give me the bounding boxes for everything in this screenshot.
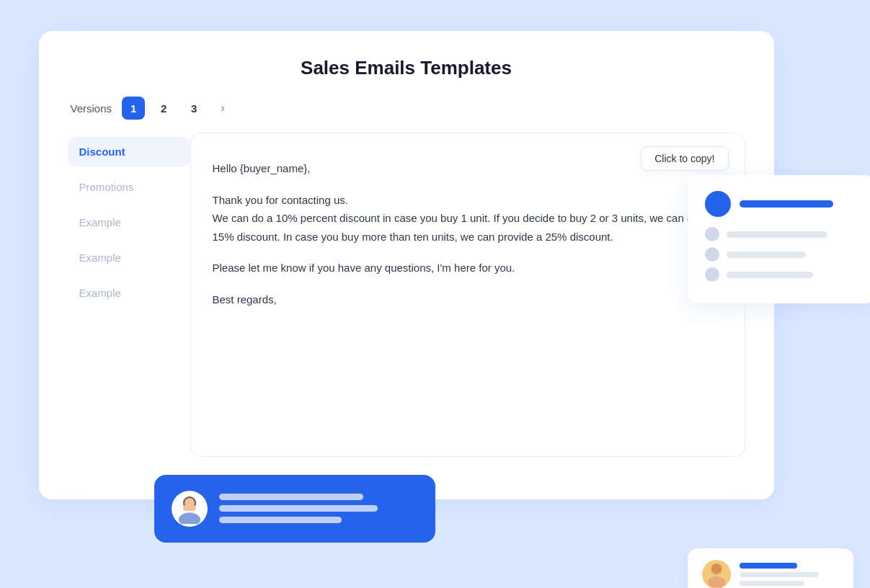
svg-point-8 (711, 564, 722, 574)
gray-bar-small-1 (740, 572, 819, 577)
avatar-circle-blue (705, 191, 731, 217)
white-bar-1 (219, 494, 363, 500)
versions-label: Versions (71, 102, 112, 115)
svg-point-4 (185, 498, 195, 508)
email-paragraph3: Please let me know if you have any quest… (213, 259, 723, 277)
float-card-message (154, 475, 435, 543)
float-card-row-1 (705, 227, 858, 241)
sidebar-item-example1[interactable]: Example (68, 208, 190, 237)
bar-gray-2 (727, 251, 806, 258)
versions-row: Versions 1 2 3 › (68, 97, 745, 120)
sidebar-item-discount[interactable]: Discount (68, 137, 190, 166)
version-next-button[interactable]: › (213, 98, 233, 118)
dot-gray-2 (705, 247, 719, 262)
sidebar: Discount Promotions Example Example Exam… (68, 133, 190, 457)
float-card-2-lines (219, 491, 418, 523)
page-title: Sales Emails Templates (68, 57, 745, 79)
gray-bar-small-2 (740, 581, 804, 586)
dot-gray-1 (705, 227, 719, 241)
version-3-button[interactable]: 3 (182, 97, 205, 120)
float-card-small (688, 548, 853, 588)
email-paragraph1: Thank you for contacting us. We can do a… (213, 191, 723, 246)
dot-gray-3 (705, 267, 719, 282)
bar-blue-header (740, 200, 833, 208)
bar-gray-1 (727, 231, 827, 238)
copy-button[interactable]: Click to copy! (641, 146, 728, 171)
white-bar-3 (219, 517, 342, 523)
float-card-profile (688, 175, 871, 303)
sidebar-item-example3[interactable]: Example (68, 278, 190, 308)
sidebar-item-example2[interactable]: Example (68, 243, 190, 272)
svg-point-7 (708, 576, 725, 587)
content-area: Discount Promotions Example Example Exam… (68, 133, 745, 457)
white-bar-2 (219, 505, 378, 512)
float-card-header (705, 191, 858, 217)
main-card: Sales Emails Templates Versions 1 2 3 › … (39, 31, 774, 499)
bar-gray-3 (727, 272, 813, 278)
blue-bar-small (740, 563, 797, 569)
email-paragraph4: Best regards, (213, 290, 723, 309)
float-card-row-2 (705, 247, 858, 262)
version-1-button[interactable]: 1 (122, 97, 145, 120)
sidebar-item-promotions[interactable]: Promotions (68, 172, 190, 202)
email-panel: Click to copy! Hello {buyer_name}, Thank… (190, 133, 745, 457)
float-card-3-lines (740, 560, 839, 586)
avatar-person (172, 491, 208, 527)
email-body: Hello {buyer_name}, Thank you for contac… (213, 159, 723, 308)
version-2-button[interactable]: 2 (152, 97, 175, 120)
avatar-person-small (702, 560, 731, 588)
float-card-row-3 (705, 267, 858, 282)
